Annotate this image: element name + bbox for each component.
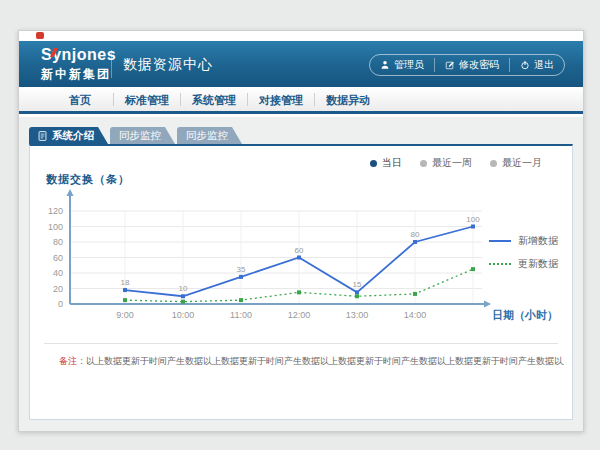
tab-label: 同步监控 xyxy=(119,129,161,143)
nav-item-standards[interactable]: 标准管理 xyxy=(114,87,180,111)
svg-text:80: 80 xyxy=(53,237,63,247)
logo-secondary: 新中新集团 xyxy=(41,67,111,81)
radio-dot xyxy=(490,160,497,167)
logo: Synjones 新中新集团 xyxy=(41,46,116,81)
svg-text:15: 15 xyxy=(353,280,362,289)
svg-text:35: 35 xyxy=(237,265,246,274)
note-text: ：以上数据更新于时间产生数据以上数据更新于时间产生数据以上数据更新于时间产生数据… xyxy=(77,356,564,366)
svg-text:80: 80 xyxy=(411,230,420,239)
svg-text:0: 0 xyxy=(58,299,63,309)
legend-line-swatch xyxy=(489,263,511,265)
svg-text:12:00: 12:00 xyxy=(288,310,311,320)
svg-text:10: 10 xyxy=(179,284,188,293)
app-window: Synjones 新中新集团 数据资源中心 管理员 修改密码 xyxy=(18,30,584,432)
radio-last-week[interactable]: 最近一周 xyxy=(420,156,472,170)
page-title: 数据资源中心 xyxy=(123,56,213,74)
panel-divider xyxy=(44,343,558,344)
svg-text:14:00: 14:00 xyxy=(404,310,427,320)
radio-label: 最近一月 xyxy=(502,156,542,170)
content-area: 系统介绍 同步监控 同步监控 当日 最近一周 xyxy=(19,117,583,431)
nav-item-integration[interactable]: 对接管理 xyxy=(248,87,314,111)
nav-item-home[interactable]: 首页 xyxy=(47,87,113,111)
chart-x-axis-title: 日期（小时） xyxy=(492,308,558,323)
legend-line-swatch xyxy=(489,240,511,242)
document-icon xyxy=(38,131,48,141)
note-label: 备注 xyxy=(59,356,77,366)
radio-today[interactable]: 当日 xyxy=(370,156,402,170)
window-logo-mark xyxy=(36,32,44,39)
radio-dot xyxy=(370,160,377,167)
svg-text:10:00: 10:00 xyxy=(172,310,195,320)
logout-button[interactable]: 退出 xyxy=(509,58,564,72)
svg-text:18: 18 xyxy=(121,278,130,287)
svg-text:100: 100 xyxy=(466,215,480,224)
svg-text:20: 20 xyxy=(53,284,63,294)
radio-label: 当日 xyxy=(382,156,402,170)
change-password-label: 修改密码 xyxy=(459,58,499,72)
chart-y-axis-title: 数据交换（条） xyxy=(46,172,130,187)
chart-panel: 当日 最近一周 最近一月 数据交换（条） 0204060801001209:00… xyxy=(29,144,573,420)
svg-text:13:00: 13:00 xyxy=(346,310,369,320)
legend-item-updated-data: 更新数据 xyxy=(489,257,558,271)
tab-label: 系统介绍 xyxy=(52,129,94,143)
svg-text:11:00: 11:00 xyxy=(230,310,252,320)
radio-dot xyxy=(420,160,427,167)
nav-item-system[interactable]: 系统管理 xyxy=(181,87,247,111)
power-icon xyxy=(520,60,530,70)
svg-text:40: 40 xyxy=(53,268,63,278)
tab-label: 同步监控 xyxy=(186,129,228,143)
header-divider xyxy=(111,50,112,78)
legend-label: 新增数据 xyxy=(518,234,558,248)
tab-bar: 系统介绍 同步监控 同步监控 xyxy=(29,127,244,144)
legend-item-new-data: 新增数据 xyxy=(489,234,558,248)
change-password-button[interactable]: 修改密码 xyxy=(434,58,509,72)
user-toolbar: 管理员 修改密码 退出 xyxy=(369,54,565,76)
user-label: 管理员 xyxy=(394,58,424,72)
svg-text:60: 60 xyxy=(53,253,63,263)
footer-note: 备注：以上数据更新于时间产生数据以上数据更新于时间产生数据以上数据更新于时间产生… xyxy=(59,355,564,368)
app-header: Synjones 新中新集团 数据资源中心 管理员 修改密码 xyxy=(19,41,583,87)
radio-label: 最近一周 xyxy=(432,156,472,170)
tab-sync-monitor-2[interactable]: 同步监控 xyxy=(177,127,242,144)
user-button[interactable]: 管理员 xyxy=(370,58,434,72)
tab-system-intro[interactable]: 系统介绍 xyxy=(29,127,108,144)
svg-text:9:00: 9:00 xyxy=(116,310,134,320)
chart-legend: 新增数据 更新数据 xyxy=(489,234,558,280)
user-icon xyxy=(380,60,390,70)
nav-item-data-change[interactable]: 数据异动 xyxy=(315,87,381,111)
svg-text:60: 60 xyxy=(295,246,304,255)
main-nav: 首页 标准管理 系统管理 对接管理 数据异动 xyxy=(19,87,583,114)
tab-sync-monitor-1[interactable]: 同步监控 xyxy=(110,127,175,144)
logo-primary: Synjones xyxy=(41,46,116,64)
radio-last-month[interactable]: 最近一月 xyxy=(490,156,542,170)
svg-text:120: 120 xyxy=(48,206,63,216)
svg-text:100: 100 xyxy=(48,222,63,232)
time-range-filter: 当日 最近一周 最近一月 xyxy=(370,156,542,170)
legend-label: 更新数据 xyxy=(518,257,558,271)
logout-label: 退出 xyxy=(534,58,554,72)
edit-icon xyxy=(445,60,455,70)
